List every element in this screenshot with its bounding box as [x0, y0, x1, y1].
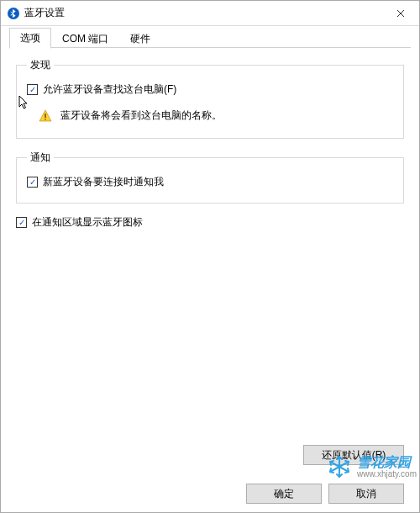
checkbox-notify-new-device[interactable]: ✓ — [27, 177, 38, 188]
ok-button[interactable]: 确定 — [246, 484, 322, 504]
svg-rect-1 — [45, 114, 45, 118]
group-notify-legend: 通知 — [27, 151, 54, 165]
cancel-button[interactable]: 取消 — [328, 484, 404, 504]
svg-point-0 — [8, 8, 19, 19]
checkbox-show-tray-icon-label: 在通知区域显示蓝牙图标 — [32, 215, 143, 230]
close-button[interactable] — [382, 1, 419, 26]
group-discover: 发现 ✓ 允许蓝牙设备查找这台电脑(F) — [16, 58, 404, 139]
cursor-icon — [18, 95, 32, 112]
tab-com-ports[interactable]: COM 端口 — [51, 29, 119, 49]
checkbox-allow-discovery[interactable]: ✓ — [27, 84, 38, 95]
tab-content-options: 发现 ✓ 允许蓝牙设备查找这台电脑(F) — [1, 48, 419, 445]
footer: 还原默认值(R) 确定 取消 — [1, 445, 419, 512]
group-notify: 通知 ✓ 新蓝牙设备要连接时通知我 — [16, 151, 404, 204]
bluetooth-settings-window: 蓝牙设置 选项 COM 端口 硬件 发现 ✓ 允许蓝牙设备查找这台电脑(F) — [0, 0, 420, 513]
restore-defaults-button[interactable]: 还原默认值(R) — [303, 445, 404, 465]
discover-info-text: 蓝牙设备将会看到这台电脑的名称。 — [60, 108, 222, 123]
bluetooth-icon — [8, 8, 19, 19]
checkbox-show-tray-icon[interactable]: ✓ — [16, 217, 27, 228]
group-discover-legend: 发现 — [27, 58, 54, 72]
tab-options[interactable]: 选项 — [9, 28, 51, 49]
svg-rect-2 — [45, 119, 45, 119]
checkbox-allow-discovery-label: 允许蓝牙设备查找这台电脑(F) — [43, 82, 176, 97]
tab-strip: 选项 COM 端口 硬件 — [1, 26, 419, 48]
warning-icon — [39, 109, 52, 123]
window-title: 蓝牙设置 — [24, 6, 65, 20]
titlebar: 蓝牙设置 — [1, 1, 419, 26]
checkbox-notify-new-device-label: 新蓝牙设备要连接时通知我 — [43, 175, 164, 189]
tab-hardware[interactable]: 硬件 — [119, 29, 161, 49]
